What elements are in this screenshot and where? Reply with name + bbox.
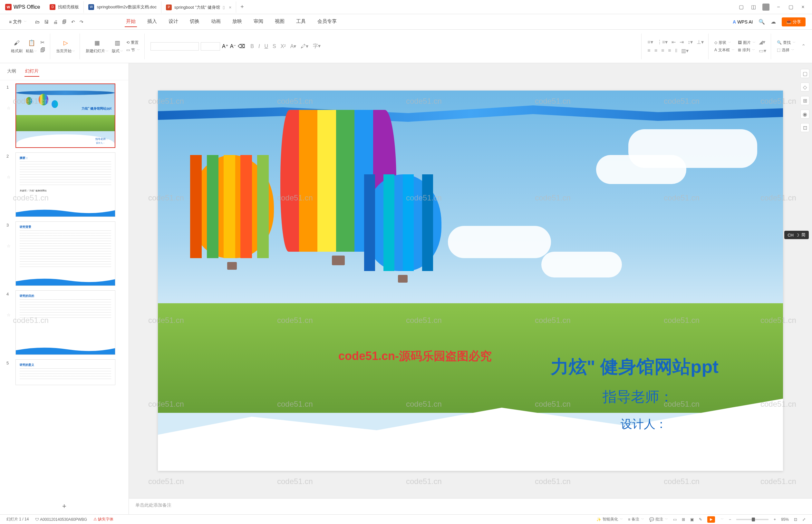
star-icon[interactable]: ☆ <box>7 228 12 248</box>
wps-ai-button[interactable]: A WPS AI <box>733 19 753 24</box>
print-preview-icon[interactable]: 🗐 <box>62 19 67 24</box>
copy-icon[interactable]: 🗐 <box>40 47 46 53</box>
notes-button[interactable]: ≡备注﹀ <box>628 517 644 522</box>
ime-indicator[interactable]: CH ☽ 简 <box>784 231 809 239</box>
open-icon[interactable]: 🗁 <box>35 19 40 24</box>
columns-button[interactable]: ▥▾ <box>681 48 689 54</box>
cloud-upload-icon[interactable]: ☁ <box>771 19 776 25</box>
star-icon[interactable]: ☆ <box>7 296 12 317</box>
align-center-button[interactable]: ≡ <box>654 48 657 54</box>
fit-button[interactable]: ⊡ <box>794 517 797 522</box>
zoom-level[interactable]: 95% <box>781 517 789 522</box>
tab-templates[interactable]: D 找稻壳模板 <box>45 1 84 13</box>
sorter-view-icon[interactable]: ⊞ <box>682 517 685 522</box>
file-menu[interactable]: ≡ 文件 ﹀ <box>6 18 29 26</box>
slide-instructor[interactable]: 指导老师： <box>602 387 674 406</box>
italic-button[interactable]: I <box>259 44 260 49</box>
redo-icon[interactable]: ↷ <box>80 19 83 24</box>
beautify-button[interactable]: ✨智能美化﹀ <box>596 517 623 522</box>
layout-button[interactable]: ▥ 版式﹀ <box>112 39 123 54</box>
increase-indent-button[interactable]: ⇥ <box>680 39 684 45</box>
align-right-button[interactable]: ≡ <box>661 48 664 54</box>
picture-button[interactable]: 🖼图片﹀ <box>738 40 756 46</box>
menu-review[interactable]: 审阅 <box>252 16 265 27</box>
find-button[interactable]: 🔍查找﹀ <box>777 40 796 46</box>
close-icon[interactable]: × <box>229 5 231 10</box>
menu-tools[interactable]: 工具 <box>295 16 307 27</box>
add-tab-button[interactable]: + <box>236 3 248 10</box>
search-icon[interactable]: 🔍 <box>759 19 765 25</box>
thumbnail-2[interactable]: 摘要： 关键词："力炫" 健身馆网站 <box>15 152 115 217</box>
share-button[interactable]: 📤 分享 <box>782 17 806 27</box>
tab-doc[interactable]: W springbootf8m2v数据库文档.doc <box>84 1 162 13</box>
sidebar-tool-5[interactable]: ⊡ <box>800 123 809 132</box>
font-family-select[interactable] <box>150 42 199 51</box>
slide-indicator[interactable]: 幻灯片 1 / 14 <box>6 517 29 522</box>
align-justify-button[interactable]: ≡ <box>668 48 671 54</box>
thumbnail-1[interactable]: 力炫" 健身馆网站ppt 指导老师： 设计人： <box>15 83 115 148</box>
zoom-in-button[interactable]: + <box>774 517 776 522</box>
distribute-button[interactable]: ⫴ <box>675 48 677 54</box>
menu-member[interactable]: 会员专享 <box>316 16 338 27</box>
sidebar-tool-4[interactable]: ◉ <box>800 110 809 119</box>
slide-designer[interactable]: 设计人： <box>620 416 667 432</box>
decrease-font-icon[interactable]: A⁻ <box>230 43 236 49</box>
outline-tab[interactable]: 大纲 <box>6 66 17 77</box>
clear-format-icon[interactable]: ⌫ <box>238 43 245 49</box>
save-icon[interactable]: 🖫 <box>44 19 49 24</box>
font-color-button[interactable]: A▾ <box>290 43 296 49</box>
zoom-slider[interactable] <box>736 519 768 520</box>
format-painter-button[interactable]: 🖌 格式刷 <box>11 39 22 54</box>
new-slide-button[interactable]: ▦ 新建幻灯片﹀ <box>86 39 109 54</box>
line-spacing-button[interactable]: ↕▾ <box>687 39 693 45</box>
superscript-button[interactable]: X² <box>281 44 286 49</box>
underline-button[interactable]: U <box>264 44 268 49</box>
add-slide-button[interactable]: + <box>62 502 66 510</box>
decrease-indent-button[interactable]: ⇤ <box>672 39 676 45</box>
cube-icon[interactable]: ◫ <box>750 4 757 10</box>
bullets-button[interactable]: ≡▾ <box>647 39 653 45</box>
star-icon[interactable]: ☆ <box>7 89 12 111</box>
thumbnail-3[interactable]: 研究背景 <box>15 222 115 286</box>
highlight-button[interactable]: 🖍▾ <box>301 43 308 49</box>
reset-button[interactable]: ⟲重置 <box>126 40 140 46</box>
align-left-button[interactable]: ≡ <box>647 48 650 54</box>
menu-slideshow[interactable]: 放映 <box>231 16 243 27</box>
thumbnail-4[interactable]: 研究的目的 <box>15 290 115 355</box>
close-button[interactable]: × <box>800 4 806 10</box>
zoom-out-button[interactable]: − <box>729 517 731 522</box>
fill-button[interactable]: ◢▾ <box>759 39 766 45</box>
numbering-button[interactable]: ⋮≡▾ <box>657 39 668 45</box>
strikethrough-button[interactable]: S <box>272 44 276 49</box>
font-size-select[interactable] <box>201 42 220 51</box>
textbox-button[interactable]: A文本框﹀ <box>714 47 735 53</box>
star-icon[interactable]: ☆ <box>7 159 12 180</box>
menu-start[interactable]: 开始 <box>125 16 137 27</box>
notes-area[interactable]: 单击此处添加备注 <box>129 498 812 514</box>
slide-canvas[interactable]: 力炫" 健身馆网站ppt 指导老师： 设计人： code51.cn-源码乐园盗图… <box>158 91 783 471</box>
expand-icon[interactable]: ⤢ <box>802 517 806 522</box>
window-icon[interactable]: ▢ <box>738 4 744 10</box>
avatar-icon[interactable] <box>762 3 769 11</box>
slides-tab[interactable]: 幻灯片 <box>24 66 39 77</box>
font-warning[interactable]: ⚠ 缺失字体 <box>94 517 113 522</box>
sidebar-tool-2[interactable]: ◇ <box>800 82 809 92</box>
select-button[interactable]: ⬚选择﹀ <box>777 47 796 53</box>
print-icon[interactable]: 🖨 <box>53 19 58 24</box>
text-effects-button[interactable]: 字▾ <box>313 43 320 50</box>
cut-icon[interactable]: ✂ <box>40 39 46 46</box>
tab-ppt[interactable]: P springboot "力炫" 健身馆 ▯ × <box>162 1 236 13</box>
reading-view-icon[interactable]: ▣ <box>690 517 694 522</box>
comments-button[interactable]: 💬批注﹀ <box>649 517 668 522</box>
thumbnail-5[interactable]: 研究的意义 <box>15 359 115 385</box>
slideshow-button[interactable]: ▶ <box>707 516 715 523</box>
undo-icon[interactable]: ↶ <box>71 19 75 24</box>
sidebar-tool-3[interactable]: ⊞ <box>800 96 809 105</box>
increase-font-icon[interactable]: A⁺ <box>222 43 228 49</box>
paste-button[interactable]: 📋 粘贴﹀ <box>26 39 37 54</box>
menu-animation[interactable]: 动画 <box>210 16 222 27</box>
maximize-button[interactable]: ▢ <box>788 4 794 10</box>
pencil-icon[interactable]: ✎ <box>699 517 702 522</box>
bold-button[interactable]: B <box>250 44 254 49</box>
slide-title[interactable]: 力炫" 健身馆网站ppt <box>551 355 718 379</box>
